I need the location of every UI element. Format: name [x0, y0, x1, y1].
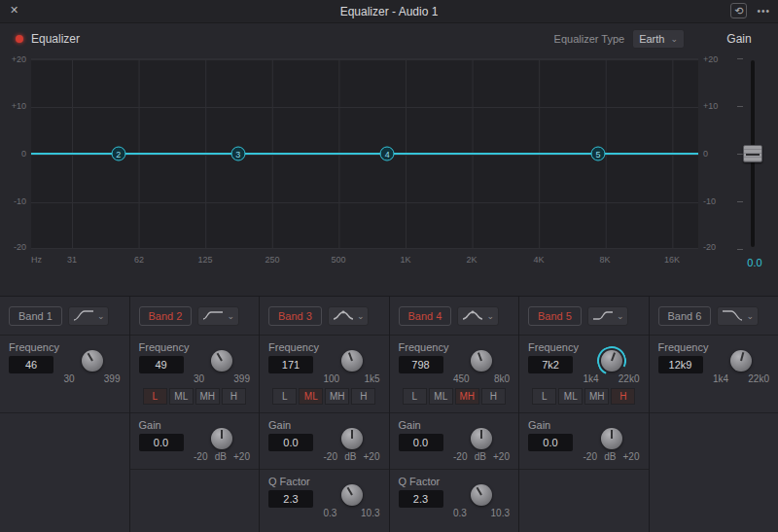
- gain-knob[interactable]: [601, 428, 622, 449]
- band-1-button[interactable]: Band 1: [9, 306, 62, 326]
- chevron-down-icon: ⌄: [486, 313, 494, 319]
- range-ml-button[interactable]: ML: [169, 388, 194, 405]
- frequency-knob[interactable]: [211, 350, 232, 372]
- range-ml-button[interactable]: ML: [299, 388, 323, 405]
- x-tick: 250: [265, 255, 279, 265]
- q-factor-knob[interactable]: [471, 484, 492, 506]
- x-tick: 125: [197, 255, 212, 265]
- band-panel-2: Band 2 ⌄ Frequency 49 30 399: [130, 297, 261, 532]
- band-panel-6: Band 6 ⌄ Frequency 12k9 1k4 22k0: [650, 297, 778, 532]
- range-ml-button[interactable]: ML: [558, 388, 583, 405]
- equalizer-enable-led[interactable]: [16, 35, 23, 43]
- range-l-button[interactable]: L: [532, 388, 556, 405]
- band-6-filter-select[interactable]: ⌄: [717, 306, 759, 326]
- gain-min: -20: [584, 451, 597, 462]
- window-title: Equalizer - Audio 1: [0, 5, 778, 18]
- frequency-value[interactable]: 798: [399, 356, 443, 373]
- frequency-knob[interactable]: [82, 350, 103, 372]
- q-factor-value[interactable]: 2.3: [399, 490, 443, 508]
- q-max: 10.3: [361, 508, 379, 518]
- frequency-knob[interactable]: [341, 350, 363, 372]
- band-5-filter-select[interactable]: ⌄: [587, 306, 629, 326]
- more-options-icon[interactable]: •••: [757, 6, 770, 17]
- band-4-q-section: Q Factor 2.3 0.3 10.3: [390, 470, 519, 532]
- band-3-button[interactable]: Band 3: [268, 306, 322, 326]
- x-tick: 31: [67, 255, 77, 265]
- eq-node-3[interactable]: 3: [230, 147, 245, 161]
- frequency-value[interactable]: 7k2: [528, 356, 573, 373]
- range-mh-button[interactable]: MH: [325, 388, 349, 405]
- eq-curve-plot[interactable]: 2 3 4 5: [31, 58, 698, 249]
- band-2-filter-select[interactable]: ⌄: [197, 306, 239, 326]
- range-h-button[interactable]: H: [351, 388, 375, 405]
- frequency-max: 1k5: [364, 373, 379, 384]
- band-4-range-buttons: L ML MH H: [399, 388, 511, 407]
- band-1-filter-select[interactable]: ⌄: [68, 306, 110, 326]
- chevron-down-icon: ⌄: [227, 313, 234, 319]
- equalizer-type-label: Equalizer Type: [554, 33, 625, 45]
- band-6-header: Band 6 ⌄: [650, 297, 778, 336]
- q-factor-value[interactable]: 2.3: [268, 490, 313, 508]
- equalizer-header: Equalizer Equalizer Type Earth ⌄ Gain: [0, 23, 778, 54]
- frequency-knob[interactable]: [730, 350, 752, 372]
- x-axis: Hz 31 62 125 250 500 1K 2K 4K 8K 16K: [31, 249, 698, 270]
- frequency-value[interactable]: 12k9: [658, 356, 703, 373]
- band-4-button[interactable]: Band 4: [399, 306, 452, 326]
- frequency-min: 100: [324, 373, 340, 384]
- y-tick: +10: [703, 101, 718, 111]
- frequency-knob[interactable]: [471, 350, 492, 372]
- high-shelf-curve-icon: [592, 309, 614, 322]
- y-tick: 0: [21, 149, 26, 159]
- band-3-filter-select[interactable]: ⌄: [328, 306, 370, 326]
- gain-unit: dB: [604, 451, 616, 462]
- range-l-button[interactable]: L: [143, 388, 167, 405]
- range-mh-button[interactable]: MH: [195, 388, 220, 405]
- chevron-down-icon: ⌄: [746, 313, 754, 319]
- q-min: 0.3: [453, 508, 467, 518]
- band-6-button[interactable]: Band 6: [658, 306, 712, 326]
- range-h-button[interactable]: H: [481, 388, 506, 405]
- range-l-button[interactable]: L: [272, 388, 297, 405]
- band-3-range-buttons: L ML MH H: [268, 388, 380, 407]
- frequency-value[interactable]: 46: [9, 356, 53, 373]
- frequency-knob[interactable]: [601, 350, 622, 372]
- frequency-value[interactable]: 49: [139, 356, 184, 373]
- gain-slider-handle[interactable]: [743, 145, 762, 162]
- y-axis-right: +20 +10 0 -10 -20: [698, 58, 731, 249]
- gain-value[interactable]: 0.0: [268, 434, 313, 451]
- equalizer-type-select[interactable]: Earth ⌄: [632, 29, 685, 49]
- eq-graph-section: +20 +10 0 -10 -20 2 3 4 5 +20 +10 0 -10 …: [0, 58, 778, 249]
- band-2-button[interactable]: Band 2: [139, 306, 193, 326]
- gain-knob[interactable]: [471, 428, 492, 449]
- frequency-max: 22k0: [619, 373, 640, 384]
- range-h-button[interactable]: H: [222, 388, 246, 405]
- gain-value[interactable]: 0.0: [139, 434, 184, 451]
- equalizer-type-value: Earth: [639, 33, 664, 45]
- eq-node-5[interactable]: 5: [591, 147, 606, 161]
- band-6-empty: [650, 413, 778, 532]
- band-2-gain-section: Gain 0.0 -20 dB +20: [130, 413, 260, 470]
- band-panel-3: Band 3 ⌄ Frequency 171 100 1k: [260, 297, 390, 532]
- range-l-button[interactable]: L: [403, 388, 427, 405]
- eq-node-2[interactable]: 2: [111, 147, 125, 161]
- y-tick: +10: [12, 101, 26, 111]
- frequency-min: 1k4: [713, 373, 728, 384]
- gain-knob[interactable]: [211, 428, 232, 449]
- gain-value[interactable]: 0.0: [528, 434, 573, 451]
- q-factor-knob[interactable]: [341, 484, 363, 506]
- range-h-button[interactable]: H: [611, 388, 635, 405]
- history-icon[interactable]: ⟲: [730, 3, 747, 18]
- band-4-filter-select[interactable]: ⌄: [457, 306, 499, 326]
- gain-knob[interactable]: [341, 428, 363, 449]
- range-mh-button[interactable]: MH: [455, 388, 479, 405]
- range-ml-button[interactable]: ML: [429, 388, 453, 405]
- gain-value[interactable]: 0.0: [399, 434, 443, 451]
- gain-readout[interactable]: 0.0: [731, 257, 778, 268]
- band-2-header: Band 2 ⌄: [130, 297, 260, 336]
- frequency-value[interactable]: 171: [268, 356, 313, 373]
- range-mh-button[interactable]: MH: [584, 388, 609, 405]
- x-tick: 500: [331, 255, 345, 265]
- gain-min: -20: [324, 451, 337, 462]
- eq-node-4[interactable]: 4: [380, 147, 395, 161]
- band-5-button[interactable]: Band 5: [528, 306, 582, 326]
